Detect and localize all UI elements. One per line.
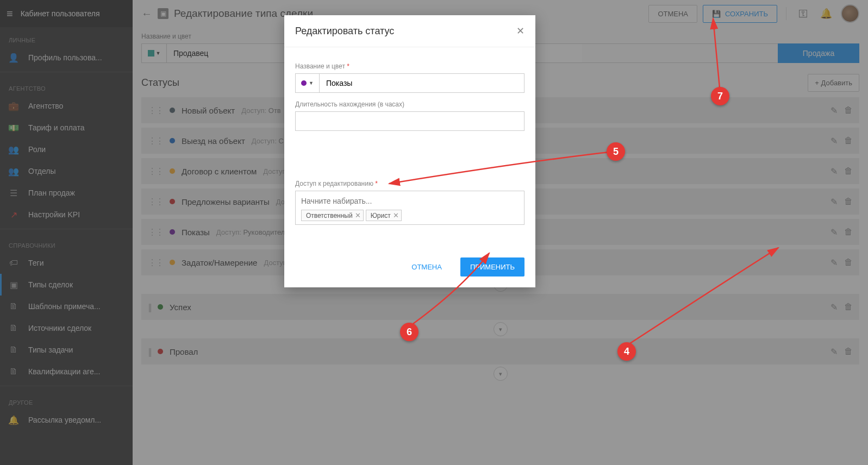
color-swatch: [301, 80, 307, 86]
access-tag: Ответственный✕: [301, 210, 364, 221]
modal-title: Редактировать статус: [295, 26, 516, 37]
modal-color-select[interactable]: ▼: [295, 73, 319, 93]
modal-access-label: Доступ к редактированию *: [295, 180, 524, 187]
access-tag: Юрист✕: [366, 210, 402, 221]
tags-row: Ответственный✕Юрист✕: [301, 210, 519, 221]
modal-name-color-label: Название и цвет *: [295, 62, 524, 70]
modal-access-box[interactable]: Ответственный✕Юрист✕: [295, 191, 524, 225]
modal-name-row: ▼: [295, 73, 524, 93]
modal-duration-input[interactable]: [295, 111, 524, 131]
edit-status-modal: Редактировать статус ✕ Название и цвет *…: [284, 15, 535, 287]
modal-footer: ОТМЕНА ПРИМЕНИТЬ: [284, 247, 535, 287]
tag-label: Ответственный: [306, 212, 353, 219]
modal-header: Редактировать статус ✕: [284, 15, 535, 47]
modal-cancel-button[interactable]: ОТМЕНА: [402, 257, 452, 277]
modal-apply-button[interactable]: ПРИМЕНИТЬ: [460, 257, 524, 277]
tag-label: Юрист: [371, 212, 391, 219]
modal-duration-label: Длительность нахождения (в часах): [295, 100, 524, 108]
close-icon[interactable]: ✕: [516, 25, 524, 37]
modal-body: Название и цвет * ▼ Длительность нахожде…: [284, 47, 535, 225]
tag-remove-icon[interactable]: ✕: [393, 211, 399, 219]
modal-name-input[interactable]: [319, 73, 524, 93]
chevron-down-icon: ▼: [309, 80, 314, 86]
modal-access-input[interactable]: [301, 194, 519, 208]
tag-remove-icon[interactable]: ✕: [355, 211, 361, 219]
